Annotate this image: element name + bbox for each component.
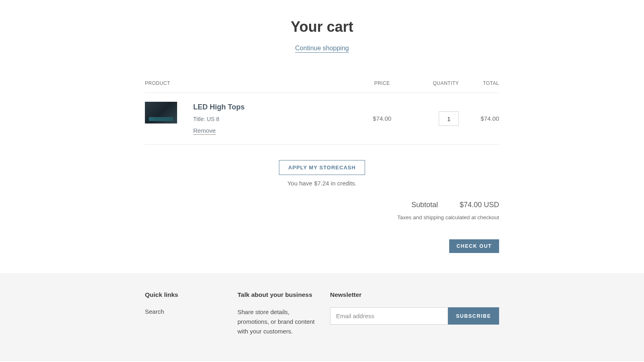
tax-shipping-note: Taxes and shipping calculated at checkou…: [145, 214, 499, 222]
apply-storecash-button[interactable]: APPLY MY STORECASH: [279, 160, 365, 175]
email-field[interactable]: [330, 307, 448, 325]
page-title: Your cart: [145, 16, 499, 38]
quantity-input[interactable]: [439, 111, 459, 126]
col-header-price: PRICE: [362, 72, 402, 93]
col-header-total: TOTAL: [459, 72, 499, 93]
cart-table: PRODUCT PRICE QUANTITY TOTAL LED High To…: [145, 72, 499, 145]
footer-newsletter-heading: Newsletter: [330, 290, 499, 299]
subscribe-button[interactable]: SUBSCRIBE: [448, 307, 499, 325]
remove-button[interactable]: Remove: [193, 127, 216, 135]
subtotal-value: $74.00 USD: [460, 200, 499, 210]
footer-about-text: Share store details, promotions, or bran…: [237, 307, 318, 336]
checkout-button[interactable]: CHECK OUT: [449, 239, 499, 253]
product-variant: Title: US 8: [193, 115, 245, 123]
footer-link-search[interactable]: Search: [145, 307, 229, 317]
subtotal-label: Subtotal: [411, 200, 438, 210]
footer-quick-links-heading: Quick links: [145, 290, 229, 299]
product-image[interactable]: [145, 102, 177, 123]
continue-shopping-link[interactable]: Continue shopping: [295, 45, 349, 53]
line-price: $74.00: [362, 93, 402, 145]
col-header-product: PRODUCT: [145, 72, 362, 93]
col-header-quantity: QUANTITY: [402, 72, 459, 93]
line-total: $74.00: [459, 93, 499, 145]
storecash-credits-text: You have $7.24 in credits.: [145, 179, 499, 188]
footer-about-heading: Talk about your business: [237, 290, 322, 299]
table-row: LED High Tops Title: US 8 Remove $74.00 …: [145, 93, 499, 145]
product-name-link[interactable]: LED High Tops: [193, 102, 245, 113]
